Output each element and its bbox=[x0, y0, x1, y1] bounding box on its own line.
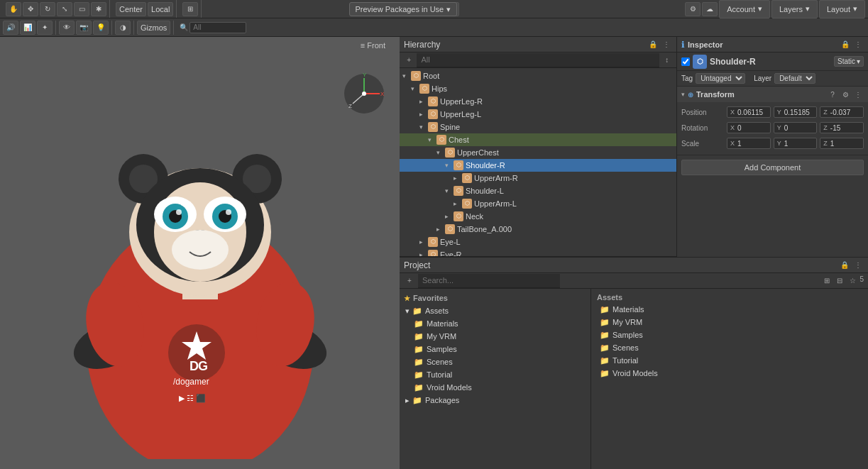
multi-tool[interactable]: ✱ bbox=[91, 2, 106, 16]
right-myvrm[interactable]: 📁 My VRM bbox=[597, 316, 862, 329]
rotate-tool[interactable]: ↻ bbox=[40, 2, 55, 16]
settings-icon[interactable]: ⚙ bbox=[685, 2, 701, 16]
inspector-lock-icon[interactable]: 🔒 bbox=[840, 39, 851, 50]
z-coord: Z bbox=[823, 124, 828, 131]
project-samples[interactable]: 📁 Samples bbox=[400, 343, 590, 355]
bone-icon: ⬡ bbox=[462, 199, 472, 209]
axes-gizmo[interactable]: Y X Z bbox=[343, 72, 385, 115]
position-z-field[interactable]: Z -0.037 bbox=[820, 106, 864, 118]
rotation-z-value: -15 bbox=[830, 124, 840, 132]
project-add-icon[interactable]: + bbox=[404, 275, 415, 287]
project-myvrm[interactable]: 📁 My VRM bbox=[400, 330, 590, 343]
right-toolbar: ⚙ ☁ Account ▾ Layers ▾ Layout ▾ bbox=[685, 0, 865, 18]
transform-settings-icon[interactable]: ⚙ bbox=[840, 89, 851, 100]
layer-select[interactable]: Default bbox=[774, 73, 815, 84]
fx-icon[interactable]: ✦ bbox=[37, 21, 53, 35]
hierarchy-scroll-icon[interactable]: ↕ bbox=[662, 55, 672, 66]
project-assets-root[interactable]: ▾ 📁 Assets bbox=[400, 304, 590, 317]
right-tutorial[interactable]: 📁 Tutorial bbox=[597, 354, 862, 367]
rotation-y-value: 0 bbox=[784, 124, 789, 132]
static-dropdown[interactable]: Static ▾ bbox=[834, 56, 864, 67]
position-y-field[interactable]: Y 0.15185 bbox=[774, 106, 818, 118]
hierarchy-item-chest[interactable]: ▾ ⬡ Chest bbox=[400, 133, 676, 146]
layout-tab[interactable]: Layout ▾ bbox=[819, 0, 865, 18]
cloud-icon[interactable]: ☁ bbox=[702, 2, 718, 16]
inspector-menu-icon[interactable]: ⋮ bbox=[852, 39, 864, 50]
right-vroid-models[interactable]: 📁 Vroid Models bbox=[597, 367, 862, 380]
project-view-icon[interactable]: ⊞ bbox=[821, 275, 833, 287]
hierarchy-item-shoulder-l[interactable]: ▾ ⬡ Shoulder-L bbox=[400, 184, 676, 197]
tag-select[interactable]: Untagged bbox=[696, 73, 745, 84]
project-sort-icon[interactable]: ⊟ bbox=[834, 275, 845, 287]
grid-icon[interactable]: ⊞ bbox=[182, 2, 198, 16]
scene-view[interactable]: D G /dogamer ▶ ☷ ⬛ ≡ Front Y bbox=[0, 37, 400, 469]
hierarchy-menu-icon[interactable]: ⋮ bbox=[661, 39, 672, 50]
scene-viewport[interactable]: D G /dogamer ▶ ☷ ⬛ bbox=[0, 37, 400, 469]
hierarchy-item-upperleg-r[interactable]: ▸ ⬡ UpperLeg-R bbox=[400, 95, 676, 108]
project-vroid-models[interactable]: 📁 Vroid Models bbox=[400, 381, 590, 394]
account-tab[interactable]: Account ▾ bbox=[719, 0, 770, 18]
right-materials[interactable]: 📁 Materials bbox=[597, 303, 862, 316]
audio-icon[interactable]: 🔊 bbox=[3, 21, 18, 35]
transform-help-icon[interactable]: ? bbox=[827, 89, 838, 100]
gizmos-button[interactable]: Gizmos bbox=[137, 21, 170, 35]
project-lock-icon[interactable]: 🔒 bbox=[839, 260, 850, 271]
hierarchy-item-upperarm-l[interactable]: ▸ ⬡ UpperArm-L bbox=[400, 197, 676, 210]
hierarchy-item-eye-l[interactable]: ▸ ⬡ Eye-L bbox=[400, 236, 676, 248]
add-component-button[interactable]: Add Component bbox=[681, 160, 864, 175]
hierarchy-item-upperleg-l[interactable]: ▸ ⬡ UpperLeg-L bbox=[400, 108, 676, 121]
scale-y-field[interactable]: Y 1 bbox=[774, 138, 818, 149]
separator-4 bbox=[173, 21, 174, 35]
hierarchy-item-upperchest[interactable]: ▾ ⬡ UpperChest bbox=[400, 146, 676, 159]
hierarchy-search-input[interactable] bbox=[417, 53, 659, 67]
account-label: Account bbox=[727, 5, 755, 13]
project-panel: Project 🔒 ⋮ + ⊞ ⊟ ☆ 5 bbox=[400, 257, 868, 469]
move-tool[interactable]: ✥ bbox=[23, 2, 38, 16]
hierarchy-item-hips[interactable]: ▾ ⬡ Hips bbox=[400, 82, 676, 95]
camera-icon[interactable]: 📷 bbox=[76, 21, 92, 35]
light-icon[interactable]: 💡 bbox=[93, 21, 109, 35]
local-button[interactable]: Local bbox=[148, 2, 173, 16]
project-tutorial[interactable]: 📁 Tutorial bbox=[400, 368, 590, 381]
layer-label: Layer bbox=[754, 75, 771, 82]
hierarchy-add-icon[interactable]: + bbox=[404, 55, 414, 66]
object-active-checkbox[interactable] bbox=[681, 57, 690, 66]
separator-1 bbox=[55, 21, 56, 35]
rotation-y-field[interactable]: Y 0 bbox=[774, 122, 818, 133]
view-icon[interactable]: 👁 bbox=[59, 21, 75, 35]
rotation-z-field[interactable]: Z -15 bbox=[820, 122, 864, 133]
scene-search-input[interactable] bbox=[189, 22, 246, 33]
project-materials[interactable]: 📁 Materials bbox=[400, 317, 590, 330]
hand-tool[interactable]: ✋ bbox=[6, 2, 21, 16]
scale-x-field[interactable]: X 1 bbox=[727, 138, 771, 149]
shading-icon[interactable]: ◑ bbox=[115, 21, 131, 35]
hierarchy-item-upperarm-r[interactable]: ▸ ⬡ UpperArm-R bbox=[400, 172, 676, 184]
project-scenes[interactable]: 📁 Scenes bbox=[400, 355, 590, 368]
rotation-x-field[interactable]: X 0 bbox=[727, 122, 771, 133]
project-filter-icon[interactable]: ☆ bbox=[847, 275, 858, 287]
right-scenes[interactable]: 📁 Scenes bbox=[597, 341, 862, 354]
preview-packages-button[interactable]: Preview Packages in Use ▾ bbox=[349, 2, 458, 16]
scale-z-field[interactable]: Z 1 bbox=[820, 138, 864, 149]
position-x-field[interactable]: X 0.06115 bbox=[727, 106, 771, 118]
layers-tab[interactable]: Layers ▾ bbox=[771, 0, 818, 18]
top-toolbar: ✋ ✥ ↻ ⤡ ▭ ✱ Center Local ⊞ ▶ ⏸ ⏭ Preview… bbox=[0, 0, 868, 18]
transform-header[interactable]: ▾ ⊕ Transform ? ⚙ ⋮ bbox=[677, 87, 868, 102]
right-samples[interactable]: 📁 Samples bbox=[597, 329, 862, 341]
hierarchy-item-eye-r[interactable]: ▸ ⬡ Eye-R bbox=[400, 248, 676, 256]
hierarchy-item-neck[interactable]: ▸ ⬡ Neck bbox=[400, 210, 676, 223]
scale-tool[interactable]: ⤡ bbox=[57, 2, 72, 16]
project-packages[interactable]: ▸ 📁 Packages bbox=[400, 394, 590, 407]
project-search-input[interactable] bbox=[418, 274, 560, 288]
stats-icon[interactable]: 📊 bbox=[20, 21, 35, 35]
folder-icon: 📁 bbox=[414, 345, 424, 354]
transform-menu-icon[interactable]: ⋮ bbox=[852, 89, 864, 100]
hierarchy-item-shoulder-r[interactable]: ▾ ⬡ Shoulder-R bbox=[400, 159, 676, 172]
hierarchy-item-root[interactable]: ▾ ⬡ Root bbox=[400, 70, 676, 82]
project-menu-icon[interactable]: ⋮ bbox=[852, 260, 864, 271]
hierarchy-item-spine[interactable]: ▾ ⬡ Spine bbox=[400, 121, 676, 133]
hierarchy-lock-icon[interactable]: 🔒 bbox=[647, 39, 659, 50]
center-button[interactable]: Center bbox=[116, 2, 146, 16]
hierarchy-item-tailbone[interactable]: ▸ ⬡ TailBone_A.000 bbox=[400, 223, 676, 236]
rect-tool[interactable]: ▭ bbox=[74, 2, 89, 16]
